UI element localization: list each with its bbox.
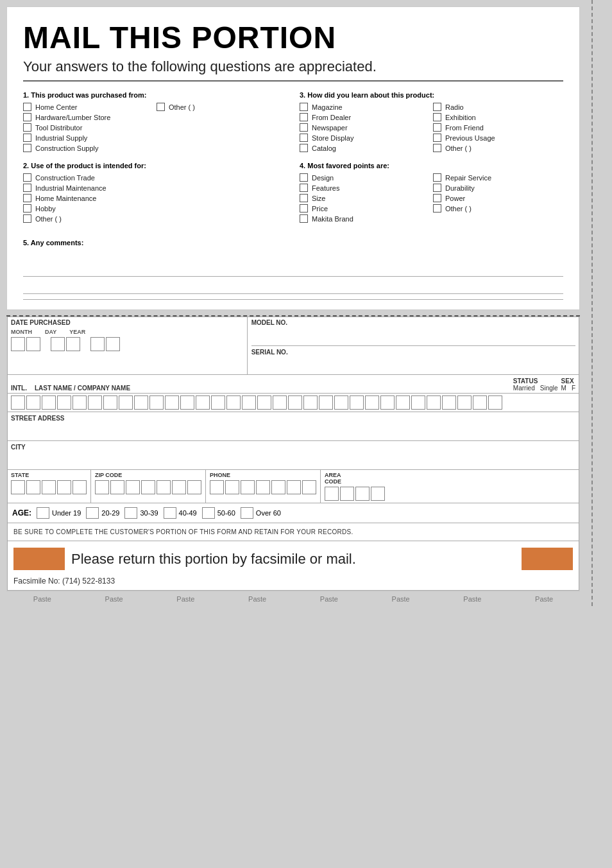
zip-box[interactable] [157,480,171,494]
area-box[interactable] [371,487,385,501]
state-box[interactable] [57,480,71,494]
name-box[interactable] [350,395,364,410]
state-box[interactable] [11,480,25,494]
name-box[interactable] [88,395,102,410]
checkbox[interactable] [23,113,31,121]
day-box-2[interactable] [66,337,80,351]
name-box[interactable] [396,395,410,410]
name-box-status-2[interactable] [457,395,472,410]
name-box[interactable] [11,395,25,410]
checkbox[interactable] [23,184,31,192]
year-box-1[interactable] [90,337,105,351]
zip-box[interactable] [187,480,201,494]
zip-box[interactable] [172,480,186,494]
checkbox[interactable] [433,204,441,213]
zip-box[interactable] [110,480,124,494]
state-box[interactable] [26,480,40,494]
checkbox[interactable] [300,123,308,132]
checkbox[interactable] [433,134,441,142]
name-box[interactable] [334,395,348,410]
checkbox[interactable] [23,103,31,111]
checkbox[interactable] [300,103,308,111]
age-checkbox[interactable] [86,507,99,519]
name-box[interactable] [242,395,256,410]
name-box[interactable] [257,395,271,410]
name-box[interactable] [103,395,117,410]
phone-box[interactable] [225,480,239,494]
phone-box[interactable] [256,480,270,494]
name-box[interactable] [134,395,148,410]
phone-box[interactable] [271,480,285,494]
age-checkbox[interactable] [164,507,176,519]
area-box[interactable] [325,487,339,501]
checkbox[interactable] [300,204,308,213]
name-box[interactable] [380,395,395,410]
comments-line-1[interactable] [23,263,563,277]
checkbox[interactable] [23,204,31,213]
name-box[interactable] [72,395,87,410]
age-checkbox[interactable] [241,507,253,519]
checkbox[interactable] [300,173,308,182]
checkbox[interactable] [300,144,308,152]
name-box[interactable] [119,395,133,410]
checkbox[interactable] [300,134,308,142]
zip-box[interactable] [126,480,140,494]
checkbox[interactable] [23,194,31,202]
phone-box[interactable] [241,480,255,494]
month-box-1[interactable] [11,337,25,351]
name-box[interactable] [42,395,56,410]
name-box[interactable] [319,395,333,410]
checkbox[interactable] [300,194,308,202]
age-checkbox[interactable] [202,507,215,519]
checkbox[interactable] [300,184,308,192]
name-box[interactable] [149,395,164,410]
checkbox[interactable] [433,144,441,152]
model-input-space[interactable] [251,329,575,343]
checkbox[interactable] [300,214,308,223]
checkbox[interactable] [23,173,31,182]
name-box[interactable] [427,395,441,410]
name-box[interactable] [180,395,194,410]
checkbox[interactable] [23,214,31,223]
name-box[interactable] [57,395,71,410]
name-box[interactable] [226,395,241,410]
checkbox[interactable] [157,103,165,111]
checkbox[interactable] [23,144,31,152]
age-checkbox[interactable] [37,507,49,519]
phone-box[interactable] [210,480,224,494]
name-box[interactable] [165,395,179,410]
name-box-sex-f[interactable] [488,395,502,410]
state-box[interactable] [42,480,56,494]
age-checkbox[interactable] [124,507,137,519]
name-box[interactable] [411,395,425,410]
name-box[interactable] [196,395,210,410]
month-box-2[interactable] [26,337,40,351]
checkbox[interactable] [23,134,31,142]
day-box-1[interactable] [51,337,65,351]
phone-box[interactable] [302,480,316,494]
name-box-sex-m[interactable] [473,395,487,410]
checkbox[interactable] [433,123,441,132]
city-input[interactable] [7,452,579,470]
checkbox[interactable] [433,113,441,121]
checkbox[interactable] [433,184,441,192]
comments-line-2[interactable] [23,280,563,294]
checkbox[interactable] [300,113,308,121]
zip-box[interactable] [141,480,155,494]
zip-box[interactable] [95,480,109,494]
serial-input-space[interactable] [251,358,575,372]
name-box[interactable] [365,395,379,410]
state-box[interactable] [72,480,87,494]
street-input[interactable] [7,423,579,441]
checkbox[interactable] [433,194,441,202]
name-box-status-1[interactable] [442,395,456,410]
name-box[interactable] [26,395,40,410]
name-box[interactable] [273,395,287,410]
year-box-2[interactable] [106,337,120,351]
phone-box[interactable] [287,480,301,494]
area-box[interactable] [340,487,354,501]
area-box[interactable] [355,487,370,501]
name-box[interactable] [303,395,318,410]
checkbox[interactable] [23,123,31,132]
checkbox[interactable] [433,173,441,182]
